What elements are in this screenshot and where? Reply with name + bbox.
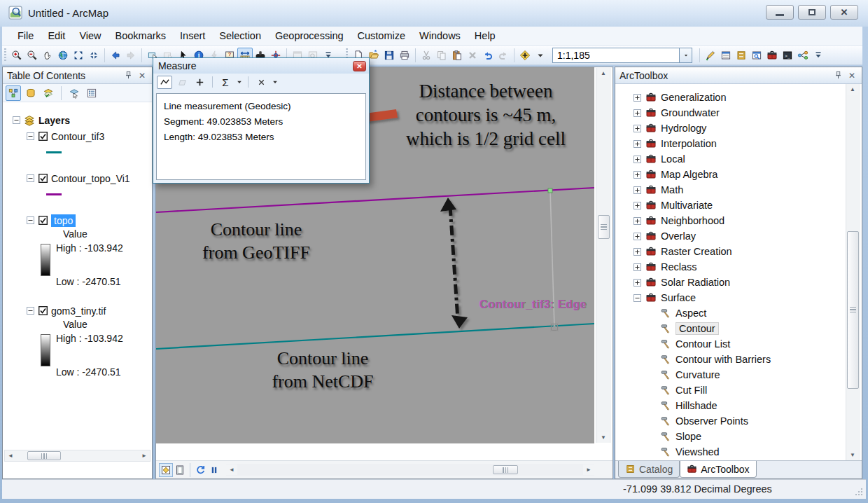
toolbox-math[interactable]: Math bbox=[615, 182, 845, 198]
refresh-icon[interactable] bbox=[193, 463, 207, 477]
toc-layer-Contour_topo_Vi1[interactable]: Contour_topo_Vi1 bbox=[3, 170, 152, 186]
menu-edit[interactable]: Edit bbox=[41, 28, 72, 43]
tool-curvature[interactable]: Curvature bbox=[615, 367, 845, 383]
close-button[interactable]: ✕ bbox=[830, 5, 858, 20]
undo-icon[interactable] bbox=[480, 48, 496, 63]
list-by-source-icon[interactable] bbox=[23, 85, 38, 101]
layer-checkbox[interactable] bbox=[38, 216, 48, 225]
collapse-icon[interactable] bbox=[634, 294, 641, 302]
list-by-visibility-icon[interactable] bbox=[41, 85, 56, 101]
layer-label[interactable]: Contour_topo_Vi1 bbox=[51, 173, 130, 184]
expand-icon[interactable] bbox=[634, 171, 641, 179]
search-window-icon[interactable] bbox=[749, 48, 764, 63]
scroll-left-icon[interactable]: ◄ bbox=[5, 450, 16, 461]
expand-icon[interactable] bbox=[634, 140, 641, 148]
toolbox-icon[interactable] bbox=[764, 48, 780, 63]
expand-icon[interactable] bbox=[634, 248, 641, 256]
delete-x-icon[interactable] bbox=[465, 48, 480, 63]
map-vertical-scrollbar[interactable]: ▲ ▼ bbox=[596, 68, 611, 443]
toolbox-groundwater[interactable]: Groundwater bbox=[615, 105, 845, 120]
expand-icon[interactable] bbox=[634, 186, 641, 194]
toolbox-local[interactable]: Local bbox=[615, 151, 845, 167]
sum-results-icon[interactable]: Σ bbox=[218, 76, 233, 89]
toc-window-icon[interactable] bbox=[718, 48, 734, 63]
toc-layer-gom3_tiny.tif[interactable]: gom3_tiny.tif bbox=[3, 303, 152, 319]
toolbox-neighborhood[interactable]: Neighborhood bbox=[615, 213, 845, 228]
print-icon[interactable] bbox=[397, 48, 412, 63]
clear-dropdown-icon[interactable] bbox=[271, 76, 279, 89]
menu-insert[interactable]: Insert bbox=[173, 28, 212, 43]
map-horizontal-scrollbar[interactable]: ◄ ► bbox=[226, 464, 594, 476]
restore-button[interactable] bbox=[798, 5, 826, 20]
measure-close-icon[interactable]: ✕ bbox=[353, 61, 366, 71]
toc-layer-Contour_tif3[interactable]: Contour_tif3 bbox=[3, 128, 152, 144]
toc-root-layers[interactable]: Layers bbox=[3, 112, 152, 128]
tool-aspect[interactable]: Aspect bbox=[615, 305, 845, 321]
units-dropdown-icon[interactable] bbox=[235, 76, 243, 89]
measure-title-bar[interactable]: Measure ✕ bbox=[153, 58, 369, 74]
toolbox-solar-radiation[interactable]: Solar Radiation bbox=[615, 275, 845, 290]
scroll-down-icon[interactable]: ▼ bbox=[847, 450, 858, 460]
menu-selection[interactable]: Selection bbox=[212, 28, 268, 43]
measure-area-icon[interactable] bbox=[174, 76, 190, 89]
full-extent-icon[interactable] bbox=[55, 48, 71, 63]
resize-grip[interactable] bbox=[855, 488, 863, 496]
collapse-icon[interactable] bbox=[27, 216, 34, 224]
fixed-zoom-in-icon[interactable] bbox=[71, 48, 86, 63]
expand-icon[interactable] bbox=[634, 233, 641, 240]
editor-icon[interactable] bbox=[703, 48, 718, 63]
scroll-down-icon[interactable]: ▼ bbox=[598, 432, 609, 443]
zoom-in-icon[interactable] bbox=[9, 48, 24, 63]
menu-customize[interactable]: Customize bbox=[351, 28, 413, 43]
back-icon[interactable] bbox=[108, 48, 123, 63]
scale-input[interactable] bbox=[552, 48, 680, 63]
scroll-up-icon[interactable]: ▲ bbox=[847, 84, 858, 95]
toolbox-overlay[interactable]: Overlay bbox=[615, 228, 845, 244]
tool-contour-list[interactable]: Contour List bbox=[615, 336, 845, 352]
layer-checkbox[interactable] bbox=[38, 174, 48, 183]
collapse-icon[interactable] bbox=[27, 307, 34, 315]
menu-geoprocessing[interactable]: Geoprocessing bbox=[268, 28, 351, 43]
catalog-icon[interactable] bbox=[734, 48, 749, 63]
tool-slope[interactable]: Slope bbox=[615, 429, 845, 444]
layer-label[interactable]: gom3_tiny.tif bbox=[51, 305, 106, 317]
list-by-options-icon[interactable] bbox=[84, 85, 99, 101]
toolbox-surface[interactable]: Surface bbox=[615, 290, 845, 305]
tool-contour-with-barriers[interactable]: Contour with Barriers bbox=[615, 352, 845, 367]
toolbox-map-algebra[interactable]: Map Algebra bbox=[615, 167, 845, 182]
toc-layer-topo[interactable]: topo bbox=[3, 212, 152, 228]
expand-icon[interactable] bbox=[634, 125, 641, 132]
tab-arctoolbox[interactable]: ArcToolbox bbox=[680, 461, 756, 478]
menu-windows[interactable]: Windows bbox=[412, 28, 468, 43]
layer-checkbox[interactable] bbox=[38, 132, 48, 141]
zoom-out-icon[interactable] bbox=[24, 48, 40, 63]
collapse-icon[interactable] bbox=[13, 116, 20, 124]
add-data-icon[interactable] bbox=[517, 48, 533, 63]
list-by-selection-icon[interactable] bbox=[66, 85, 82, 101]
scroll-right-icon[interactable]: ► bbox=[583, 464, 594, 475]
toolbox-multivariate[interactable]: Multivariate bbox=[615, 198, 845, 213]
collapse-icon[interactable] bbox=[27, 132, 34, 140]
fixed-zoom-out-icon[interactable] bbox=[86, 48, 102, 63]
pin-icon[interactable] bbox=[832, 70, 844, 81]
menu-view[interactable]: View bbox=[72, 28, 108, 43]
pin-icon[interactable] bbox=[122, 70, 134, 81]
arctoolbox-scrollbar[interactable]: ▲ ▼ bbox=[846, 84, 860, 460]
tool-observer-points[interactable]: Observer Points bbox=[615, 413, 845, 429]
expand-icon[interactable] bbox=[634, 109, 641, 117]
close-icon[interactable]: ✕ bbox=[136, 70, 148, 81]
pause-drawing-icon[interactable] bbox=[207, 463, 221, 477]
expand-icon[interactable] bbox=[634, 263, 641, 271]
scroll-up-icon[interactable]: ▲ bbox=[598, 68, 609, 78]
clear-results-icon[interactable] bbox=[253, 76, 269, 89]
tool-viewshed[interactable]: Viewshed bbox=[615, 444, 845, 460]
scale-dropdown-icon[interactable] bbox=[680, 48, 692, 63]
pan-icon[interactable] bbox=[40, 48, 55, 63]
toolbox-hydrology[interactable]: Hydrology bbox=[615, 120, 845, 136]
toolbox-reclass[interactable]: Reclass bbox=[615, 259, 845, 275]
tab-catalog[interactable]: Catalog bbox=[618, 461, 680, 478]
minimize-button[interactable] bbox=[766, 5, 794, 20]
toolbox-raster-creation[interactable]: Raster Creation bbox=[615, 244, 845, 259]
scroll-thumb[interactable] bbox=[847, 231, 859, 389]
measure-line-icon[interactable] bbox=[157, 76, 172, 89]
